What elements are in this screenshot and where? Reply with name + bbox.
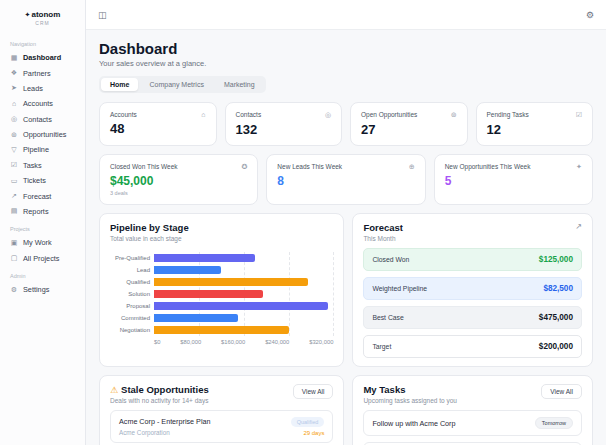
forecast-row-label: Weighted Pipeline — [372, 285, 427, 292]
forecast-row-best-case: Best Case$475,000 — [363, 306, 582, 329]
chart-x-tick-label: $160,000 — [221, 339, 245, 345]
sidebar-item-tasks[interactable]: ☑Tasks — [0, 158, 85, 173]
sidebar-item-label: Contacts — [23, 115, 52, 124]
tab-home[interactable]: Home — [101, 78, 138, 91]
chart-bar-row — [154, 324, 333, 336]
stale-items-list: Acme Corp - Enterprise PlanAcme Corporat… — [110, 410, 333, 445]
sidebar-item-contacts[interactable]: ◎Contacts — [0, 112, 85, 127]
pipeline-by-stage-card: Pipeline by Stage Total value in each st… — [99, 213, 344, 367]
chart-bar-row — [154, 264, 333, 276]
sidebar-item-pipeline[interactable]: ▽Pipeline — [0, 142, 85, 157]
sidebar-item-settings[interactable]: ⚙Settings — [0, 282, 85, 297]
stale-item-days: 29 days — [303, 430, 324, 436]
sidebar-item-leads[interactable]: ➤Leads — [0, 81, 85, 96]
chart-bar-row — [154, 288, 333, 300]
highlight-card-closed-won-week: Closed Won This Week✪$45,0003 deals — [99, 154, 258, 205]
forecast-row-label: Closed Won — [372, 256, 409, 263]
sidebar-item-label: Tickets — [23, 176, 46, 185]
sidebar-item-label: Forecast — [23, 192, 51, 201]
pipeline-icon: ▽ — [10, 146, 18, 154]
stage-badge: Qualified — [291, 417, 325, 427]
chart-plot-area — [154, 252, 333, 336]
pending-tasks-icon: ☑ — [576, 111, 582, 119]
chart-bar-pre-qualified — [154, 254, 255, 262]
page-subtitle: Your sales overview at a glance. — [99, 59, 593, 68]
settings-icon: ⚙ — [10, 286, 18, 294]
stat-card-value: 12 — [487, 122, 583, 137]
sidebar-item-opportunities[interactable]: ⊚Opportunities — [0, 127, 85, 142]
chart-bar-proposal — [154, 302, 328, 310]
forecast-row-value: $200,000 — [539, 342, 573, 351]
sidebar-item-tickets[interactable]: ▭Tickets — [0, 173, 85, 188]
stale-view-all-button[interactable]: View All — [293, 384, 334, 399]
chart-category-label: Lead — [110, 264, 154, 276]
stale-item-company: Acme Corporation — [119, 429, 210, 436]
chart-x-axis: $0$80,000$160,000$240,000$320,000 — [154, 339, 333, 345]
tickets-icon: ▭ — [10, 177, 18, 185]
stale-opportunity-item[interactable]: Acme Corp - Enterprise PlanAcme Corporat… — [110, 410, 333, 443]
sidebar-toggle-icon[interactable]: ◫ — [98, 10, 107, 20]
app-logo-sub: CRM — [0, 20, 85, 26]
sidebar-section-label: Navigation — [0, 34, 85, 50]
chart-bar-committed — [154, 314, 238, 322]
chart-y-labels: Pre-QualifiedLeadQualifiedSolutionPropos… — [110, 252, 154, 336]
leads-icon: ➤ — [10, 84, 18, 92]
tab-marketing[interactable]: Marketing — [215, 78, 264, 91]
forecast-icon: ↗ — [10, 192, 18, 200]
sidebar-item-partners[interactable]: ❖Partners — [0, 65, 85, 80]
partners-icon: ❖ — [10, 69, 18, 77]
sidebar-item-all-projects[interactable]: ▢All Projects — [0, 251, 85, 266]
main-content: Dashboard Your sales overview at a glanc… — [86, 30, 606, 445]
sidebar-item-label: Leads — [23, 84, 43, 93]
tasks-view-all-button[interactable]: View All — [541, 384, 582, 399]
forecast-row-label: Target — [372, 343, 391, 350]
sidebar-item-label: Reports — [23, 207, 49, 216]
highlight-card-label: Closed Won This Week — [110, 163, 178, 170]
all-projects-icon: ▢ — [10, 254, 18, 262]
sidebar-item-my-work[interactable]: ▣My Work — [0, 235, 85, 250]
stat-card-label: Pending Tasks — [487, 111, 529, 118]
chart-category-label: Pre-Qualified — [110, 252, 154, 264]
chart-bar-row — [154, 276, 333, 288]
forecast-row-value: $82,500 — [543, 284, 573, 293]
chart-x-tick-label: $80,000 — [180, 339, 201, 345]
trending-up-icon: ↗ — [575, 222, 582, 231]
chart-category-label: Qualified — [110, 276, 154, 288]
sidebar: ✦atonom CRM Navigation▦Dashboard❖Partner… — [0, 0, 86, 445]
dashboard-icon: ▦ — [10, 54, 18, 62]
my-work-icon: ▣ — [10, 239, 18, 247]
highlight-card-value: 5 — [445, 174, 582, 188]
stat-card-value: 132 — [236, 122, 332, 137]
sidebar-item-dashboard[interactable]: ▦Dashboard — [0, 50, 85, 65]
sidebar-item-label: My Work — [23, 238, 52, 247]
chart-bar-row — [154, 300, 333, 312]
sidebar-item-forecast[interactable]: ↗Forecast — [0, 188, 85, 203]
sidebar-item-label: Opportunities — [23, 130, 66, 139]
highlight-card-label: New Leads This Week — [277, 163, 342, 170]
chart-bar-row — [154, 312, 333, 324]
tasks-title: My Tasks — [363, 384, 457, 395]
task-item[interactable]: Follow up with Acme CorpTomorrow — [363, 410, 582, 436]
forecast-card: Forecast This Month ↗ Closed Won$125,000… — [352, 213, 593, 367]
sidebar-item-label: Settings — [23, 285, 49, 294]
chart-bar-solution — [154, 290, 263, 298]
settings-gear-icon[interactable]: ⚙ — [586, 10, 594, 20]
stale-subtitle: Deals with no activity for 14+ days — [110, 397, 209, 404]
stat-card-label: Accounts — [110, 111, 137, 118]
new-leads-week-icon: ⊕ — [409, 163, 415, 171]
chart-bar-qualified — [154, 278, 308, 286]
highlight-card-value: $45,000 — [110, 174, 247, 188]
sidebar-item-accounts[interactable]: ⌂Accounts — [0, 96, 85, 111]
main-column: ◫ ⚙ Dashboard Your sales overview at a g… — [86, 0, 606, 445]
highlight-cards-row: Closed Won This Week✪$45,0003 dealsNew L… — [99, 154, 593, 205]
opportunities-icon: ⊚ — [10, 131, 18, 139]
pipeline-bar-chart: Pre-QualifiedLeadQualifiedSolutionPropos… — [110, 252, 333, 336]
app-logo-text: atonom — [31, 10, 60, 19]
chart-bar-negotiation — [154, 326, 289, 334]
app-logo: ✦atonom CRM — [0, 6, 85, 34]
forecast-row-closed-won: Closed Won$125,000 — [363, 248, 582, 271]
stat-cards-row: Accounts⌂48Contacts◎132Open Opportunitie… — [99, 102, 593, 146]
tab-company-metrics[interactable]: Company Metrics — [140, 78, 212, 91]
stat-card-label: Contacts — [236, 111, 262, 118]
sidebar-item-reports[interactable]: ▤Reports — [0, 204, 85, 219]
